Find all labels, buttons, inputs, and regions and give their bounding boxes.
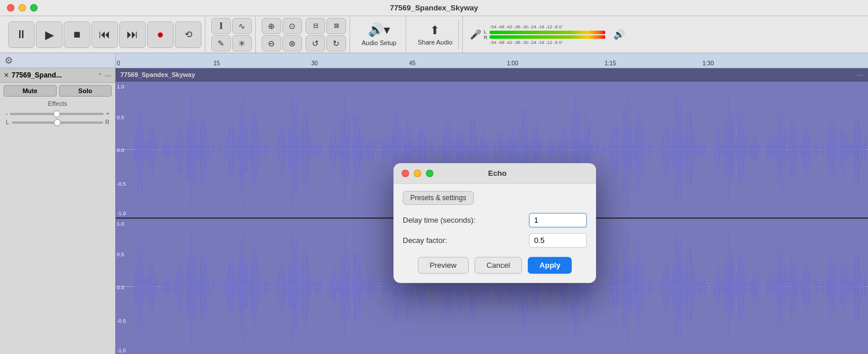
zoom-in-button[interactable]: ⊕	[262, 18, 281, 34]
audio-setup-section: 🔊▾ Audio Setup	[352, 16, 406, 53]
share-audio-label: Share Audio	[418, 39, 453, 46]
dialog-close-button[interactable]	[402, 169, 409, 177]
vol-minus: -	[6, 110, 8, 117]
stop-button[interactable]: ■	[64, 21, 90, 48]
transport-controls: ⏸ ▶ ■ ⏮ ⏭ ● ⟲	[5, 16, 205, 53]
track-name: 77569_Spand...	[12, 71, 95, 79]
track-expand-chevron[interactable]: ⌃	[98, 72, 102, 79]
input-meter-label: LR	[484, 29, 488, 40]
mute-solo-row: Mute Solo	[3, 85, 112, 97]
volume-slider[interactable]	[10, 113, 104, 115]
zoom-full-button[interactable]: ⊛	[282, 35, 302, 51]
meter-scale-bottom: -54 -48 -42 -36 -30 -24 -18 -12 -6 0'	[490, 40, 605, 45]
apply-button[interactable]: Apply	[528, 257, 572, 274]
pan-slider[interactable]	[12, 121, 103, 124]
track-controls: Mute Solo Effects - + L R	[0, 83, 115, 128]
ruler-mark-130: 1:30	[703, 60, 713, 67]
main-content: ✕ 77569_Spand... ⌃ ··· Mute Solo Effects…	[0, 68, 868, 354]
delay-input[interactable]	[529, 213, 587, 227]
track-header: ✕ 77569_Spand... ⌃ ···	[0, 68, 115, 83]
meter-scale-top: -54 -48 -42 -36 -30 -24 -18 -12 -6 0'	[490, 24, 605, 30]
track-panel: ✕ 77569_Spand... ⌃ ··· Mute Solo Effects…	[0, 68, 116, 354]
decay-input[interactable]	[529, 233, 587, 248]
loop-button[interactable]: ⟲	[175, 21, 201, 48]
zoom-tools: ⊕ ⊙ ⊖ ⊛ ⊟ ⊠ ↺ ↻	[258, 16, 350, 53]
dialog-maximize-button[interactable]	[426, 169, 433, 177]
zoom-grid: ⊕ ⊙ ⊖ ⊛	[262, 18, 302, 51]
effects-label: Effects	[3, 99, 112, 108]
cancel-button[interactable]: Cancel	[475, 257, 522, 274]
dialog-title: Echo	[438, 169, 557, 178]
record-button[interactable]: ●	[147, 21, 174, 48]
input-meter-bar-r	[490, 35, 605, 39]
toolbar: ⏸ ▶ ■ ⏮ ⏭ ● ⟲ I ∿ ✎ ✳ ⊕ ⊙ ⊖ ⊛ ⊟ ⊠ ↺ ↻	[0, 16, 868, 53]
smooth-tool[interactable]: ∿	[232, 18, 252, 34]
track-title-bar: 77569_Spandex_Skyway ···	[116, 68, 868, 82]
volume-control: - +	[3, 110, 112, 117]
gear-icon[interactable]: ⚙	[5, 55, 13, 66]
ruler-track: 0 15 30 45 1:00 1:15 1:30	[116, 53, 868, 68]
vol-plus: +	[106, 110, 109, 117]
pan-l: L	[6, 119, 9, 126]
pause-button[interactable]: ⏸	[8, 21, 35, 48]
ruler-mark-115: 1:15	[605, 60, 616, 67]
dialog-titlebar: Echo	[393, 163, 596, 184]
maximize-button[interactable]	[30, 4, 38, 12]
ruler-mark-45: 45	[409, 60, 415, 67]
ruler-mark-15: 15	[214, 60, 220, 67]
silence-tool[interactable]: ⊠	[326, 18, 346, 34]
window-controls	[7, 4, 38, 12]
ruler-mark-0: 0	[117, 60, 120, 67]
title-bar: 77569_Spandex_Skyway	[0, 0, 868, 16]
forward-button[interactable]: ⏭	[119, 21, 146, 48]
zoom-out-button[interactable]: ⊖	[262, 35, 281, 51]
share-audio-icon: ⬆	[430, 23, 440, 37]
presets-button[interactable]: Presets & settings	[403, 191, 474, 205]
minimize-button[interactable]	[19, 4, 26, 12]
window-title: 77569_Spandex_Skyway	[390, 3, 479, 12]
delay-label: Delay time (seconds):	[403, 216, 524, 224]
pan-r: R	[105, 119, 109, 126]
ruler: ⚙ 0 15 30 45 1:00 1:15 1:30	[0, 53, 868, 68]
mute-button[interactable]: Mute	[3, 85, 57, 97]
audio-setup-icon: 🔊▾	[368, 23, 390, 38]
echo-dialog: Echo Presets & settings Delay time (seco…	[393, 163, 596, 283]
zoom-fit-button[interactable]: ⊙	[282, 18, 302, 34]
delay-field: Delay time (seconds):	[403, 213, 587, 227]
pan-control: L R	[3, 119, 112, 126]
ruler-mark-100: 1:00	[507, 60, 518, 67]
preview-button[interactable]: Preview	[418, 257, 469, 274]
edit-tools: I ∿ ✎ ✳	[208, 16, 256, 53]
track-more-button[interactable]: ···	[856, 70, 863, 79]
rewind-button[interactable]: ⏮	[91, 21, 118, 48]
meter-section: 🎤 LR -54 -48 -42 -36 -30 -24 -18 -12 -6 …	[465, 16, 630, 53]
input-meter: 🎤 LR -54 -48 -42 -36 -30 -24 -18 -12 -6 …	[470, 24, 606, 45]
share-audio-section: ⬆ Share Audio	[409, 16, 463, 53]
redo-button[interactable]: ↻	[326, 35, 346, 51]
play-button[interactable]: ▶	[36, 21, 62, 48]
audio-setup-button[interactable]: 🔊▾ Audio Setup	[356, 19, 402, 50]
track-options-button[interactable]: ···	[105, 71, 112, 80]
cursor-tool[interactable]: I	[211, 18, 231, 34]
audio-setup-label: Audio Setup	[362, 39, 396, 46]
dialog-minimize-button[interactable]	[414, 169, 421, 177]
solo-button[interactable]: Solo	[59, 85, 112, 97]
asterisk-tool[interactable]: ✳	[232, 35, 252, 51]
decay-label: Decay factor:	[403, 236, 524, 245]
close-button[interactable]	[7, 4, 14, 12]
waveform-track-title: 77569_Spandex_Skyway	[120, 71, 195, 78]
share-audio-button[interactable]: ⬆ Share Audio	[412, 20, 459, 49]
mic-icon: 🎤	[470, 29, 481, 40]
pencil-tool[interactable]: ✎	[211, 35, 231, 51]
waveform-trim-tool[interactable]: ⊟	[306, 18, 325, 34]
pan-knob[interactable]	[54, 119, 61, 126]
input-meter-bar-l	[490, 31, 605, 34]
dialog-body: Presets & settings Delay time (seconds):…	[393, 184, 596, 283]
undo-button[interactable]: ↺	[306, 35, 325, 51]
speaker-icon: 🔊	[613, 29, 625, 40]
output-meter: 🔊	[613, 29, 625, 40]
decay-field: Decay factor:	[403, 233, 587, 248]
track-close-button[interactable]: ✕	[3, 71, 9, 79]
volume-knob[interactable]	[53, 110, 60, 117]
ruler-mark-30: 30	[311, 60, 318, 67]
